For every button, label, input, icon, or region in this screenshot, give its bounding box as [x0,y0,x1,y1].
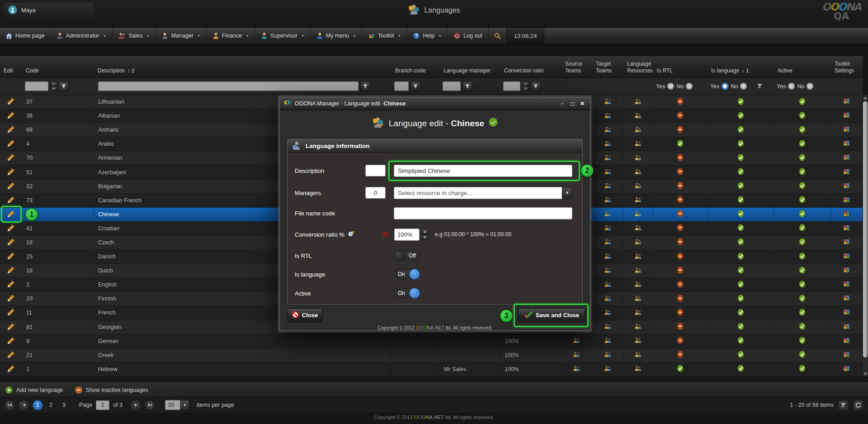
toggle-knob[interactable] [394,250,405,261]
toolkit-settings[interactable] [831,250,863,263]
is-language-filter-yes-radio[interactable] [722,83,728,90]
target-teams[interactable] [592,180,623,193]
toolkit-settings[interactable] [831,165,863,179]
language-resources[interactable] [623,180,653,193]
edit-cell[interactable] [0,151,22,165]
column-header-islang[interactable]: Is language↓ 1 [708,66,774,77]
target-teams-icon[interactable] [604,154,612,162]
language-resources[interactable] [623,151,653,165]
edit-pencil-icon[interactable] [7,337,15,346]
search-button[interactable] [489,28,507,44]
branch-code-filter-input[interactable] [394,81,409,91]
edit-cell[interactable] [0,109,22,123]
language-resources-icon[interactable] [634,210,642,218]
target-teams[interactable] [592,250,623,263]
is-rtl-filter-no-radio[interactable] [686,83,693,90]
maximize-button[interactable]: ◻ [568,100,576,107]
toolkit-settings-icon[interactable] [843,183,850,190]
language-resources[interactable] [623,348,653,362]
target-teams-icon[interactable] [604,98,612,106]
edit-cell[interactable] [0,222,22,235]
toolkit-settings-icon[interactable] [843,324,850,331]
target-teams-icon[interactable] [604,224,612,232]
column-header-code[interactable]: Code [22,66,94,77]
language-resources-icon[interactable] [634,309,642,317]
show-inactive-languages-button[interactable]: Show inactive languages [75,386,148,394]
language-resources[interactable] [623,334,653,348]
language-resources[interactable] [623,250,653,263]
menu-item-help[interactable]: Help▼ [407,28,448,44]
user-menu-button[interactable]: Maya [4,3,94,17]
edit-cell[interactable] [0,180,22,193]
toolkit-settings[interactable] [831,151,863,165]
toolkit-settings-icon[interactable] [843,169,850,176]
table-row[interactable]: 21Greek100% [0,348,863,362]
toolkit-settings-icon[interactable] [843,154,850,162]
description-code-input[interactable] [365,165,386,176]
language-resources[interactable] [623,109,653,123]
toolkit-settings-icon[interactable] [843,253,850,260]
spin-up-icon[interactable]: ▲ [522,81,529,86]
conversion-ratio-input[interactable] [394,229,420,241]
menu-item-sales[interactable]: Sales▼ [113,28,156,44]
target-teams-icon[interactable] [604,323,612,331]
chevron-down-icon[interactable]: ▼ [562,187,572,199]
add-new-language-button[interactable]: Add new language [5,386,63,394]
column-header-langres[interactable]: Language Resources [623,59,653,77]
language-resources-icon[interactable] [634,365,642,373]
column-header-source[interactable]: Source Teams [561,59,592,77]
edit-cell[interactable] [0,348,22,362]
description-filter-button[interactable] [360,81,370,91]
target-teams-icon[interactable] [604,182,612,190]
clear-filters-button[interactable] [838,400,849,410]
language-manager-filter-input[interactable] [443,81,461,91]
language-resources-icon[interactable] [634,267,642,275]
target-teams-icon[interactable] [604,281,612,289]
target-teams-icon[interactable] [604,267,612,275]
next-page-button[interactable] [131,400,141,410]
source-teams-icon[interactable] [573,365,580,373]
language-resources-icon[interactable] [634,196,642,204]
column-header-edit[interactable]: Edit [0,66,22,77]
target-teams[interactable] [592,264,623,277]
menu-item-home-page[interactable]: Home page [0,28,51,44]
language-resources-icon[interactable] [634,337,642,345]
toolkit-settings[interactable] [831,292,863,305]
edit-pencil-icon[interactable] [7,308,15,317]
toolkit-settings[interactable] [831,208,863,221]
target-teams-icon[interactable] [604,168,612,176]
toolkit-settings[interactable] [831,306,863,319]
target-teams-icon[interactable] [604,210,612,218]
source-teams-icon[interactable] [573,351,580,359]
edit-pencil-icon[interactable] [7,351,15,360]
chevron-down-icon[interactable]: ▼ [180,400,189,410]
edit-cell[interactable] [0,236,22,249]
menu-item-my-menu[interactable]: My menu▼ [311,28,363,44]
language-manager-filter-button[interactable] [462,81,472,91]
source-teams-icon[interactable] [573,337,580,345]
table-row[interactable]: 9German100% [0,334,863,348]
language-resources[interactable] [623,165,653,179]
target-teams[interactable] [592,334,623,348]
edit-pencil-icon[interactable] [7,280,15,289]
edit-pencil-icon[interactable] [7,111,15,120]
toggle-knob[interactable] [409,288,420,299]
target-teams-icon[interactable] [604,337,612,345]
edit-cell[interactable] [0,165,22,179]
edit-cell[interactable] [0,137,22,151]
target-teams[interactable] [592,292,623,305]
toolkit-settings-icon[interactable] [843,295,850,302]
scroll-up-icon[interactable] [863,95,868,100]
edit-pencil-icon[interactable] [7,153,15,162]
first-page-button[interactable] [5,400,15,410]
menu-item-finance[interactable]: Finance▼ [207,28,255,44]
conversion-spinner[interactable]: ▲▼ [421,229,429,240]
target-teams-icon[interactable] [604,253,612,261]
toolkit-settings[interactable] [831,95,863,109]
last-page-button[interactable] [145,400,155,410]
language-resources[interactable] [623,278,653,291]
is-language-toggle[interactable]: On [394,269,420,280]
description-filter-input[interactable] [98,81,359,91]
language-resources-icon[interactable] [634,112,642,120]
source-teams[interactable] [561,362,592,376]
